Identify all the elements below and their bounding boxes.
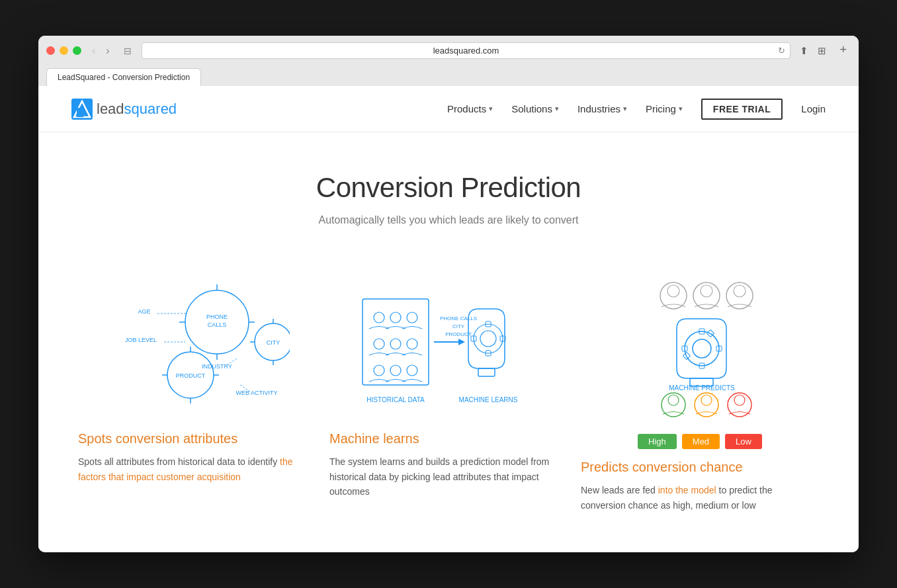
svg-point-56	[693, 282, 720, 309]
svg-text:WEB ACTIVITY: WEB ACTIVITY	[235, 390, 277, 396]
badge-low: Low	[725, 434, 762, 449]
svg-text:CALLS: CALLS	[208, 321, 227, 328]
spots-illustration: PHONE CALLS CITY	[98, 273, 296, 418]
feature-3-desc: New leads are fed into the model to pred…	[581, 483, 819, 513]
maximize-button[interactable]	[73, 46, 81, 55]
svg-text:INDUSTRY: INDUSTRY	[202, 363, 232, 370]
nav-item-pricing: Pricing ▾	[646, 103, 683, 114]
svg-point-36	[407, 339, 417, 349]
main-nav: Products ▾ Solutions ▾ Industries	[447, 103, 826, 115]
address-bar-wrapper: 🔒 ↻	[142, 42, 791, 59]
svg-text:MACHINE PREDICTS: MACHINE PREDICTS	[669, 384, 735, 392]
svg-point-33	[407, 312, 417, 323]
feature-col-3: MACHINE PREDICTS	[581, 273, 819, 513]
badge-med: Med	[682, 434, 720, 449]
machine-svg: PHONE CALLS CITY PRODUCT HISTORICAL DATA…	[356, 273, 541, 418]
svg-point-75	[734, 395, 745, 405]
svg-text:JOB LEVEL: JOB LEVEL	[125, 337, 157, 343]
hero-title: Conversion Prediction	[65, 172, 832, 204]
site-header: leadsquared Products ▾ Solutions ▾	[38, 86, 859, 132]
feature-1-desc: Spots all attributes from historical dat…	[78, 454, 316, 484]
industries-arrow-icon: ▾	[623, 105, 627, 113]
nav-menu: Products ▾ Solutions ▾ Industries	[447, 103, 826, 115]
browser-window: ‹ › ⊟ 🔒 ↻ ⬆ ⊞ + LeadSquared - Conversion…	[38, 36, 859, 552]
feature-2-title: Machine learns	[329, 431, 419, 446]
svg-text:PHONE CALLS: PHONE CALLS	[440, 315, 477, 321]
feature-col-1: PHONE CALLS CITY	[78, 273, 316, 513]
predict-svg: MACHINE PREDICTS	[607, 273, 792, 418]
svg-point-71	[668, 395, 679, 405]
svg-text:AGE: AGE	[138, 308, 150, 315]
svg-point-31	[374, 312, 384, 323]
svg-point-61	[685, 331, 719, 366]
logo-icon	[71, 99, 93, 120]
svg-point-55	[667, 285, 679, 297]
svg-point-59	[734, 285, 746, 297]
pricing-link[interactable]: Pricing ▾	[646, 103, 683, 114]
predict-illustration: MACHINE PREDICTS	[601, 273, 799, 418]
svg-text:CITY: CITY	[267, 339, 280, 346]
reload-icon[interactable]: ↻	[778, 46, 785, 56]
free-trial-button[interactable]: FREE TRIAL	[701, 99, 783, 120]
svg-text:MACHINE LEARNS: MACHINE LEARNS	[459, 396, 518, 403]
logo-text: leadsquared	[97, 101, 177, 118]
svg-point-39	[407, 365, 417, 376]
svg-point-38	[390, 365, 401, 376]
feature-2-desc: The system learns and builds a predictio…	[329, 454, 568, 499]
industries-link[interactable]: Industries ▾	[577, 103, 627, 114]
spots-svg: PHONE CALLS CITY	[105, 273, 290, 418]
svg-point-73	[701, 395, 712, 405]
machine-illustration: PHONE CALLS CITY PRODUCT HISTORICAL DATA…	[349, 273, 548, 418]
svg-point-37	[374, 365, 384, 376]
nav-buttons: ‹ ›	[88, 44, 114, 58]
reading-list-button[interactable]: ⊞	[815, 44, 829, 58]
window-controls	[46, 46, 81, 55]
logo[interactable]: leadsquared	[71, 99, 177, 120]
prediction-badges: High Med Low	[638, 434, 762, 449]
browser-chrome: ‹ › ⊟ 🔒 ↻ ⬆ ⊞ + LeadSquared - Conversion…	[38, 36, 859, 86]
minimize-button[interactable]	[60, 46, 68, 55]
products-link[interactable]: Products ▾	[447, 103, 493, 114]
new-tab-button[interactable]: +	[835, 43, 851, 57]
pricing-arrow-icon: ▾	[679, 105, 683, 113]
svg-point-32	[390, 312, 401, 323]
back-button[interactable]: ‹	[88, 44, 99, 58]
nav-item-industries: Industries ▾	[577, 103, 627, 114]
svg-rect-42	[478, 368, 495, 376]
svg-text:PRODUCT: PRODUCT	[176, 372, 206, 379]
svg-point-54	[660, 282, 687, 309]
solutions-arrow-icon: ▾	[555, 105, 559, 113]
svg-point-44	[480, 331, 496, 347]
website-content: leadsquared Products ▾ Solutions ▾	[38, 86, 859, 552]
products-arrow-icon: ▾	[489, 105, 493, 113]
solutions-link[interactable]: Solutions ▾	[511, 103, 559, 114]
svg-point-57	[701, 285, 712, 297]
browser-top-bar: ‹ › ⊟ 🔒 ↻ ⬆ ⊞ +	[46, 42, 851, 59]
features-section: PHONE CALLS CITY	[38, 253, 859, 552]
svg-point-34	[374, 339, 384, 349]
svg-text:PRODUCT: PRODUCT	[445, 331, 472, 337]
svg-text:PHONE: PHONE	[206, 314, 228, 320]
nav-item-solutions: Solutions ▾	[511, 103, 559, 114]
tab-bar: LeadSquared - Conversion Prediction	[46, 68, 851, 86]
svg-point-43	[474, 324, 503, 353]
feature-1-title: Spots conversion attributes	[78, 431, 237, 446]
svg-point-58	[726, 282, 753, 309]
feature-col-2: PHONE CALLS CITY PRODUCT HISTORICAL DATA…	[329, 273, 568, 513]
split-view-button[interactable]: ⊟	[120, 44, 135, 58]
close-button[interactable]	[46, 46, 55, 55]
svg-rect-2	[77, 108, 83, 117]
active-tab[interactable]: LeadSquared - Conversion Prediction	[46, 68, 201, 86]
address-bar[interactable]	[142, 42, 791, 59]
share-button[interactable]: ⬆	[797, 44, 811, 58]
login-link[interactable]: Login	[801, 103, 826, 114]
nav-item-products: Products ▾	[447, 103, 493, 114]
hero-section: Conversion Prediction Automagically tell…	[38, 132, 859, 253]
badge-high: High	[638, 434, 677, 449]
browser-actions: ⬆ ⊞	[797, 44, 829, 58]
nav-item-free-trial: FREE TRIAL	[701, 103, 783, 115]
hero-subtitle: Automagically tells you which leads are …	[65, 214, 832, 226]
forward-button[interactable]: ›	[102, 44, 113, 58]
nav-item-login: Login	[801, 103, 826, 115]
svg-text:CITY: CITY	[452, 323, 465, 329]
